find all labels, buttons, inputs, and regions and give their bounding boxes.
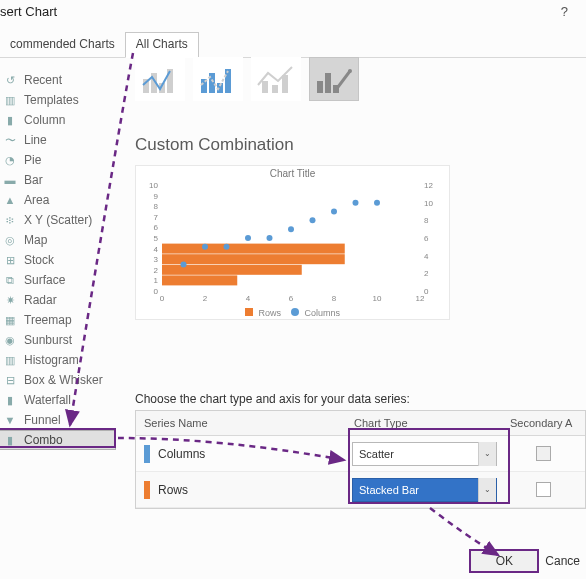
sidebar-label: Radar (24, 293, 57, 307)
sidebar-icon: ✷ (4, 294, 16, 307)
svg-text:2: 2 (203, 294, 208, 303)
tab-all-charts[interactable]: All Charts (125, 32, 199, 58)
svg-text:2: 2 (424, 269, 429, 278)
header-series-name: Series Name (136, 411, 346, 435)
sidebar-item-box-whisker[interactable]: ⊟Box & Whisker (0, 370, 116, 390)
svg-point-40 (245, 235, 251, 241)
sidebar-icon: ⊟ (4, 374, 16, 387)
sidebar-item-x-y-scatter-[interactable]: ፨X Y (Scatter) (0, 210, 116, 230)
svg-text:3: 3 (154, 255, 159, 264)
sidebar-item-funnel[interactable]: ▼Funnel (0, 410, 116, 430)
svg-rect-10 (282, 75, 288, 93)
series-name-cell: Rows (136, 481, 346, 499)
chart-preview: Chart Title 012345678910 024681012 02468… (135, 165, 450, 320)
series-swatch-orange-icon (144, 481, 150, 499)
sidebar-icon: ◎ (4, 234, 16, 247)
help-icon[interactable]: ? (561, 4, 568, 19)
svg-point-37 (181, 262, 187, 268)
combo-type-clustered-column-line-icon[interactable] (135, 57, 185, 101)
svg-text:12: 12 (416, 294, 425, 303)
sidebar-icon: ▦ (4, 314, 16, 327)
sidebar-item-templates[interactable]: ▥Templates (0, 90, 116, 110)
sidebar-icon: ↺ (4, 74, 16, 87)
sidebar-icon: ▥ (4, 354, 16, 367)
sidebar-icon: ⧉ (4, 274, 16, 287)
sidebar-item-surface[interactable]: ⧉Surface (0, 270, 116, 290)
svg-text:4: 4 (424, 252, 429, 261)
svg-point-38 (202, 244, 208, 250)
sidebar-icon: ⊞ (4, 254, 16, 267)
sidebar-icon: ▬ (4, 174, 16, 186)
chart-preview-title: Chart Title (136, 166, 449, 181)
sidebar-item-recent[interactable]: ↺Recent (0, 70, 116, 90)
svg-text:10: 10 (424, 199, 433, 208)
sidebar-icon: ▮ (4, 394, 16, 407)
svg-point-41 (267, 235, 273, 241)
sidebar-icon: ◔ (4, 154, 16, 167)
sidebar-label: X Y (Scatter) (24, 213, 92, 227)
secondary-axis-checkbox-rows[interactable] (536, 482, 551, 497)
dialog-buttons: OK Cance (469, 549, 580, 573)
svg-point-43 (310, 217, 316, 223)
secondary-axis-checkbox-columns[interactable] (536, 446, 551, 461)
series-name-label: Rows (158, 483, 188, 497)
svg-rect-33 (162, 275, 237, 285)
svg-rect-12 (325, 73, 331, 93)
sidebar-item-histogram[interactable]: ▥Histogram (0, 350, 116, 370)
svg-point-46 (374, 200, 380, 206)
svg-text:6: 6 (424, 234, 429, 243)
sidebar-label: Line (24, 133, 47, 147)
sidebar-icon: ▥ (4, 94, 16, 107)
sidebar-label: Column (24, 113, 65, 127)
svg-text:6: 6 (289, 294, 294, 303)
chart-preview-svg: 012345678910 024681012 024681012 (136, 181, 449, 306)
dialog-title: sert Chart (0, 4, 57, 19)
sidebar-item-radar[interactable]: ✷Radar (0, 290, 116, 310)
sidebar-item-sunburst[interactable]: ◉Sunburst (0, 330, 116, 350)
svg-point-39 (224, 244, 230, 250)
chart-subtype-row (135, 57, 359, 101)
svg-text:4: 4 (246, 294, 251, 303)
sidebar-label: Funnel (24, 413, 61, 427)
svg-rect-9 (272, 85, 278, 93)
svg-text:8: 8 (154, 202, 159, 211)
svg-point-45 (353, 200, 359, 206)
sidebar-item-stock[interactable]: ⊞Stock (0, 250, 116, 270)
combo-type-custom-icon[interactable] (309, 57, 359, 101)
svg-text:8: 8 (424, 216, 429, 225)
combo-type-clustered-column-line-secondary-icon[interactable] (193, 57, 243, 101)
sidebar-label: Pie (24, 153, 41, 167)
sidebar-label: Waterfall (24, 393, 71, 407)
tab-recommended-charts[interactable]: commended Charts (0, 33, 125, 57)
sidebar-icon: ፨ (4, 214, 16, 227)
sidebar-label: Surface (24, 273, 65, 287)
series-name-cell: Columns (136, 445, 346, 463)
sidebar-label: Area (24, 193, 49, 207)
svg-text:0: 0 (154, 287, 159, 296)
sidebar-icon: ◉ (4, 334, 16, 347)
series-swatch-blue-icon (144, 445, 150, 463)
svg-text:0: 0 (424, 287, 429, 296)
sidebar-item-map[interactable]: ◎Map (0, 230, 116, 250)
sidebar-item-treemap[interactable]: ▦Treemap (0, 310, 116, 330)
svg-text:10: 10 (373, 294, 382, 303)
svg-rect-8 (262, 81, 268, 93)
sidebar-item-waterfall[interactable]: ▮Waterfall (0, 390, 116, 410)
sidebar-label: Recent (24, 73, 62, 87)
svg-text:9: 9 (154, 192, 159, 201)
combo-type-stacked-area-column-icon[interactable] (251, 57, 301, 101)
svg-text:0: 0 (160, 294, 165, 303)
sidebar-item-bar[interactable]: ▬Bar (0, 170, 116, 190)
ok-button[interactable]: OK (469, 549, 539, 573)
sidebar-item-column[interactable]: ▮Column (0, 110, 116, 130)
sidebar-item-pie[interactable]: ◔Pie (0, 150, 116, 170)
sidebar-item-area[interactable]: ▲Area (0, 190, 116, 210)
sidebar-icon: ▲ (4, 194, 16, 206)
svg-point-42 (288, 226, 294, 232)
legend-swatch-columns-icon (291, 308, 299, 316)
sidebar-item-line[interactable]: 〜Line (0, 130, 116, 150)
svg-text:7: 7 (154, 213, 159, 222)
section-title: Custom Combination (135, 135, 294, 155)
svg-text:10: 10 (149, 181, 158, 190)
cancel-button[interactable]: Cance (545, 549, 580, 573)
